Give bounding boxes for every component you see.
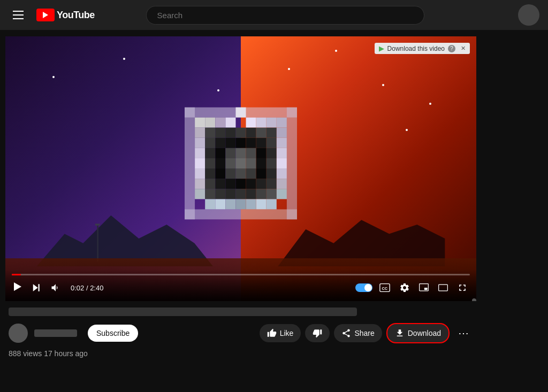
svg-rect-26 (256, 137, 267, 148)
dislike-icon (313, 328, 322, 338)
svg-rect-16 (246, 127, 256, 137)
share-label: Share (354, 329, 374, 337)
download-badge[interactable]: ▶ Download this video ? ✕ (375, 43, 470, 54)
header-left: YouTube (9, 6, 95, 24)
svg-rect-86 (39, 284, 40, 291)
svg-rect-63 (267, 179, 277, 189)
like-button[interactable]: Like (260, 324, 301, 342)
channel-avatar[interactable] (9, 324, 28, 343)
download-badge-help[interactable]: ? (448, 45, 455, 52)
svg-rect-14 (225, 127, 235, 137)
svg-rect-21 (205, 137, 215, 148)
download-button-wrapper: Download (386, 323, 450, 343)
channel-name (34, 329, 77, 337)
miniplayer-icon (418, 282, 429, 293)
autoplay-thumb (364, 284, 372, 291)
svg-rect-7 (246, 117, 256, 127)
svg-rect-41 (225, 158, 235, 168)
svg-rect-37 (277, 148, 287, 158)
more-button[interactable]: ⋯ (454, 322, 473, 344)
search-input[interactable] (146, 6, 424, 25)
svg-rect-31 (215, 148, 225, 158)
svg-rect-61 (246, 179, 256, 189)
svg-rect-60 (235, 179, 246, 189)
next-button[interactable] (29, 281, 43, 295)
svg-rect-64 (277, 179, 287, 189)
svg-rect-20 (195, 137, 205, 148)
video-controls: 0:02 / 2:40 CC (5, 270, 476, 301)
svg-rect-35 (256, 148, 267, 158)
action-buttons: Like Share (260, 322, 473, 344)
settings-button[interactable] (397, 280, 412, 295)
svg-rect-22 (215, 137, 225, 148)
download-badge-close[interactable]: ✕ (461, 45, 466, 52)
video-player[interactable]: ▶ Download this video ? ✕ (5, 36, 476, 301)
captions-button[interactable]: CC (377, 280, 393, 296)
download-button[interactable]: Download (386, 323, 450, 343)
miniplayer-button[interactable] (416, 280, 431, 295)
settings-icon (399, 282, 410, 293)
logo-text: YouTube (57, 10, 95, 21)
svg-rect-30 (205, 148, 215, 158)
star-3 (217, 89, 219, 91)
svg-rect-25 (246, 137, 256, 148)
svg-rect-62 (256, 179, 267, 189)
svg-rect-39 (205, 158, 215, 168)
svg-rect-53 (256, 168, 267, 179)
svg-rect-29 (195, 148, 205, 158)
svg-rect-52 (246, 168, 256, 179)
hamburger-menu[interactable] (9, 6, 28, 24)
fullscreen-button[interactable] (455, 280, 470, 295)
autoplay-track (355, 283, 372, 292)
svg-rect-79 (256, 199, 267, 209)
svg-rect-3 (205, 117, 215, 127)
star-8 (335, 50, 337, 52)
main-content: ▶ Download this video ? ✕ (0, 30, 548, 364)
search-bar (146, 6, 424, 25)
svg-rect-32 (225, 148, 235, 158)
svg-rect-78 (246, 199, 256, 209)
subscribe-button[interactable]: Subscribe (88, 325, 138, 342)
svg-rect-1 (95, 224, 100, 225)
user-avatar[interactable] (518, 4, 539, 26)
download-icon (395, 328, 405, 338)
svg-rect-46 (277, 158, 287, 168)
svg-text:CC: CC (382, 286, 388, 291)
play-button[interactable] (12, 280, 24, 295)
views-count: 888 views 17 hours ago (9, 349, 88, 358)
download-badge-text: Download this video (387, 45, 445, 52)
autoplay-toggle[interactable] (355, 283, 372, 292)
scrollbar[interactable] (472, 298, 476, 301)
svg-rect-4 (215, 117, 225, 127)
svg-rect-71 (256, 189, 267, 199)
theater-button[interactable] (436, 280, 451, 295)
pixelated-overlay (185, 107, 297, 219)
svg-rect-80 (267, 199, 277, 209)
theater-icon (438, 282, 448, 293)
volume-button[interactable] (48, 280, 63, 295)
svg-rect-15 (235, 127, 246, 137)
svg-rect-90 (424, 288, 428, 290)
youtube-logo[interactable]: YouTube (36, 9, 95, 21)
controls-right: CC (355, 280, 470, 296)
share-icon (341, 328, 351, 338)
svg-rect-84 (287, 107, 297, 219)
header: YouTube (0, 0, 548, 30)
download-label: Download (408, 329, 441, 337)
below-video: Subscribe Like (0, 301, 482, 364)
download-badge-icon: ▶ (379, 44, 384, 52)
next-icon (31, 283, 41, 293)
svg-rect-19 (277, 127, 287, 137)
share-button[interactable]: Share (334, 324, 382, 342)
progress-fill (12, 274, 21, 275)
svg-rect-38 (195, 158, 205, 168)
progress-bar[interactable] (12, 274, 470, 275)
svg-rect-13 (215, 127, 225, 137)
volume-icon (50, 282, 61, 293)
dislike-button[interactable] (305, 324, 330, 342)
svg-rect-28 (277, 137, 287, 148)
svg-rect-34 (246, 148, 256, 158)
svg-rect-50 (225, 168, 235, 179)
svg-rect-44 (256, 158, 267, 168)
controls-row: 0:02 / 2:40 CC (12, 280, 470, 296)
